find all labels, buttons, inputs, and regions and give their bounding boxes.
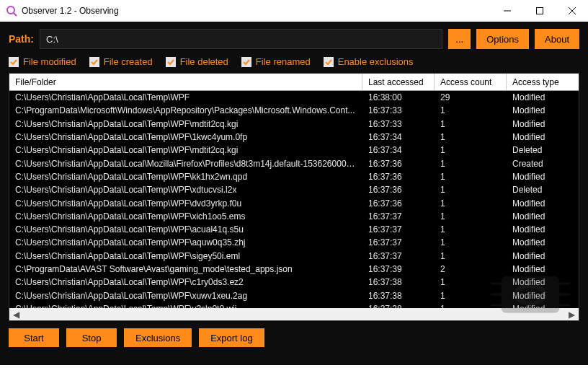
cell-last: 16:37:34 <box>362 132 435 142</box>
column-header-count[interactable]: Access count <box>435 74 507 90</box>
minimize-button[interactable] <box>491 0 523 22</box>
cell-file: C:\Users\Christian\AppData\Local\Temp\WP… <box>9 132 362 142</box>
app-icon <box>6 5 17 17</box>
checkbox-file-renamed[interactable]: File renamed <box>241 56 311 67</box>
cell-count: 1 <box>435 132 507 142</box>
cell-count: 1 <box>435 211 507 222</box>
cell-last: 16:37:37 <box>362 211 435 222</box>
table-row[interactable]: C:\Users\Christian\AppData\Local\Mozilla… <box>9 157 579 170</box>
table-row[interactable]: C:\ProgramData\AVAST Software\Avast\gami… <box>9 263 579 276</box>
cell-last: 16:37:34 <box>362 145 435 155</box>
options-button[interactable]: Options <box>476 29 529 49</box>
check-icon <box>166 57 176 67</box>
cell-count: 1 <box>435 237 507 247</box>
cell-file: C:\ProgramData\AVAST Software\Avast\gami… <box>9 264 362 274</box>
cell-type: Modified <box>507 224 579 235</box>
cell-type: Deleted <box>507 185 579 195</box>
table-row[interactable]: C:\Users\Christian\AppData\Local\Temp\WP… <box>9 91 579 104</box>
checkbox-label: File modified <box>23 56 76 67</box>
cell-file: C:\Users\Christian\AppData\Local\Temp\WP… <box>9 224 362 235</box>
cell-type: Modified <box>507 198 579 209</box>
cell-file: C:\Users\Christian\AppData\Local\Temp\WP… <box>9 211 362 222</box>
table-row[interactable]: C:\Users\Christian\AppData\Local\Temp\WP… <box>9 276 579 289</box>
cell-count: 1 <box>435 119 507 129</box>
cell-type: Modified <box>507 119 579 129</box>
cell-type: Modified <box>507 277 579 287</box>
cell-last: 16:37:37 <box>362 224 435 235</box>
svg-point-0 <box>7 6 14 14</box>
cell-last: 16:37:36 <box>362 159 435 169</box>
check-icon <box>9 57 19 67</box>
checkbox-file-modified[interactable]: File modified <box>9 56 76 67</box>
svg-line-1 <box>14 13 17 16</box>
cell-file: C:\Users\Christian\AppData\Local\Temp\WP… <box>9 277 362 287</box>
cell-type: Deleted <box>507 145 579 155</box>
titlebar: Observer 1.2 - Observing <box>0 0 588 22</box>
column-header-file[interactable]: File/Folder <box>9 74 362 90</box>
check-icon <box>89 57 99 67</box>
column-header-type[interactable]: Access type <box>507 74 579 90</box>
cell-count: 1 <box>435 172 507 182</box>
table-row[interactable]: C:\Users\Christian\AppData\Local\Temp\WP… <box>9 302 579 308</box>
checkbox-enable-exclusions[interactable]: Enable exclusions <box>324 56 414 67</box>
svg-rect-3 <box>536 8 543 14</box>
cell-count: 1 <box>435 224 507 235</box>
checkbox-label: File created <box>104 56 153 67</box>
export-button[interactable]: Export log <box>199 328 264 347</box>
cell-file: C:\Users\Christian\AppData\Local\Temp\WP… <box>9 119 362 129</box>
table-row[interactable]: C:\ProgramData\Microsoft\Windows\AppRepo… <box>9 104 579 117</box>
table-row[interactable]: C:\Users\Christian\AppData\Local\Temp\WP… <box>9 196 579 209</box>
cell-file: C:\Users\Christian\AppData\Local\Temp\WP… <box>9 237 362 247</box>
check-icon <box>241 57 251 67</box>
filter-row: File modified File created File deleted … <box>9 56 579 67</box>
cell-file: C:\Users\Christian\AppData\Local\Temp\WP… <box>9 291 362 301</box>
cell-count: 1 <box>435 277 507 287</box>
cell-type: Created <box>507 159 579 169</box>
table-row[interactable]: C:\Users\Christian\AppData\Local\Temp\WP… <box>9 144 579 157</box>
checkbox-file-created[interactable]: File created <box>89 56 153 67</box>
column-header-last[interactable]: Last accessed <box>362 74 435 90</box>
exclusions-button[interactable]: Exclusions <box>124 328 192 347</box>
cell-file: C:\Users\Christian\AppData\Local\Temp\WP… <box>9 92 362 102</box>
cell-last: 16:38:00 <box>362 92 435 102</box>
cell-count: 1 <box>435 185 507 195</box>
table-row[interactable]: C:\Users\Christian\AppData\Local\Temp\WP… <box>9 236 579 249</box>
cell-file: C:\Users\Christian\AppData\Local\Temp\WP… <box>9 172 362 182</box>
cell-count: 1 <box>435 105 507 115</box>
path-input[interactable] <box>40 29 442 49</box>
cell-count: 29 <box>435 92 507 102</box>
table-row[interactable]: C:\Users\Christian\AppData\Local\Temp\WP… <box>9 210 579 223</box>
start-button[interactable]: Start <box>9 328 59 347</box>
checkbox-file-deleted[interactable]: File deleted <box>166 56 228 67</box>
browse-button[interactable]: ... <box>448 29 471 49</box>
table-row[interactable]: C:\Users\Christian\AppData\Local\Temp\WP… <box>9 118 579 131</box>
table-body: C:\Users\Christian\AppData\Local\Temp\WP… <box>9 91 579 308</box>
close-button[interactable] <box>556 0 588 22</box>
table-row[interactable]: C:\Users\Christian\AppData\Local\Temp\WP… <box>9 289 579 302</box>
horizontal-scrollbar[interactable]: ◀ ▶ <box>9 308 579 320</box>
cell-type: Modified <box>507 211 579 222</box>
stop-button[interactable]: Stop <box>66 328 117 347</box>
about-button[interactable]: About <box>535 29 579 49</box>
table-row[interactable]: C:\Users\Christian\AppData\Local\Temp\WP… <box>9 170 579 183</box>
table-row[interactable]: C:\Users\Christian\AppData\Local\Temp\WP… <box>9 250 579 263</box>
maximize-button[interactable] <box>523 0 556 22</box>
scroll-left-icon: ◀ <box>11 309 22 320</box>
cell-last: 16:37:36 <box>362 198 435 209</box>
table-row[interactable]: C:\Users\Christian\AppData\Local\Temp\WP… <box>9 223 579 236</box>
cell-file: C:\Users\Christian\AppData\Local\Temp\WP… <box>9 185 362 195</box>
table-row[interactable]: C:\Users\Christian\AppData\Local\Temp\WP… <box>9 183 579 196</box>
table-header: File/Folder Last accessed Access count A… <box>9 74 579 91</box>
cell-type: Modified <box>507 251 579 261</box>
path-label: Path: <box>9 33 34 45</box>
cell-last: 16:37:33 <box>362 105 435 115</box>
cell-type: Modified <box>507 264 579 274</box>
table-row[interactable]: C:\Users\Christian\AppData\Local\Temp\WP… <box>9 131 579 144</box>
scroll-right-icon: ▶ <box>566 309 577 320</box>
app-body: Path: ... Options About File modified Fi… <box>0 22 588 365</box>
cell-count: 1 <box>435 251 507 261</box>
path-row: Path: ... Options About <box>9 29 579 49</box>
cell-last: 16:37:33 <box>362 119 435 129</box>
cell-type: Modified <box>507 291 579 301</box>
check-icon <box>324 57 334 67</box>
